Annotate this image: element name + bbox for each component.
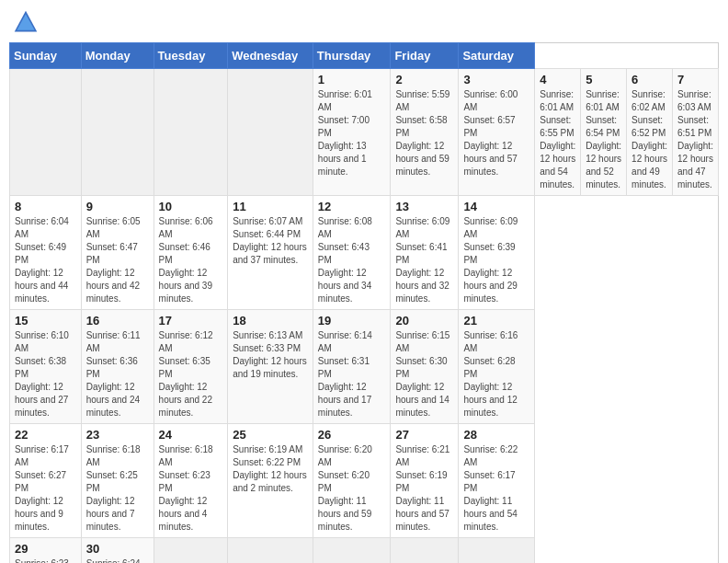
calendar-day-cell: 29 Sunrise: 6:23 AM Sunset: 6:15 PM Dayl… — [10, 538, 82, 564]
calendar-day-cell — [459, 538, 535, 564]
calendar-day-cell: 16 Sunrise: 6:11 AM Sunset: 6:36 PM Dayl… — [81, 310, 154, 424]
day-info: Sunrise: 6:08 AM Sunset: 6:43 PM Dayligh… — [318, 215, 386, 305]
day-info: Sunrise: 6:12 AM Sunset: 6:35 PM Dayligh… — [159, 329, 223, 419]
logo-icon — [13, 9, 39, 35]
page-header — [9, 9, 719, 35]
calendar-table: SundayMondayTuesdayWednesdayThursdayFrid… — [9, 42, 719, 563]
calendar-day-cell: 17 Sunrise: 6:12 AM Sunset: 6:35 PM Dayl… — [154, 310, 228, 424]
calendar-day-header: Saturday — [459, 43, 535, 69]
day-number: 28 — [463, 428, 529, 442]
calendar-day-cell: 23 Sunrise: 6:18 AM Sunset: 6:25 PM Dayl… — [81, 424, 154, 538]
calendar-day-cell: 5 Sunrise: 6:01 AM Sunset: 6:54 PM Dayli… — [581, 69, 627, 196]
calendar-day-header: Monday — [81, 43, 154, 69]
calendar-day-cell: 21 Sunrise: 6:16 AM Sunset: 6:28 PM Dayl… — [459, 310, 535, 424]
day-info: Sunrise: 6:03 AM Sunset: 6:51 PM Dayligh… — [677, 88, 713, 191]
calendar-day-cell: 14 Sunrise: 6:09 AM Sunset: 6:39 PM Dayl… — [459, 196, 535, 310]
calendar-day-cell: 6 Sunrise: 6:02 AM Sunset: 6:52 PM Dayli… — [627, 69, 673, 196]
day-number: 15 — [15, 314, 76, 327]
calendar-day-cell: 20 Sunrise: 6:15 AM Sunset: 6:30 PM Dayl… — [391, 310, 459, 424]
calendar-header-row: SundayMondayTuesdayWednesdayThursdayFrid… — [10, 43, 719, 69]
day-number: 12 — [318, 200, 386, 213]
calendar-day-cell: 22 Sunrise: 6:17 AM Sunset: 6:27 PM Dayl… — [10, 424, 82, 538]
calendar-day-cell: 19 Sunrise: 6:14 AM Sunset: 6:31 PM Dayl… — [313, 310, 391, 424]
calendar-week-row: 29 Sunrise: 6:23 AM Sunset: 6:15 PM Dayl… — [10, 538, 719, 564]
day-info: Sunrise: 6:15 AM Sunset: 6:30 PM Dayligh… — [395, 329, 453, 419]
calendar-day-cell: 8 Sunrise: 6:04 AM Sunset: 6:49 PM Dayli… — [10, 196, 82, 310]
day-number: 16 — [86, 314, 149, 327]
day-info: Sunrise: 6:01 AM Sunset: 6:55 PM Dayligh… — [540, 88, 575, 191]
day-info: Sunrise: 5:59 AM Sunset: 6:58 PM Dayligh… — [395, 88, 453, 178]
calendar-day-header: Friday — [391, 43, 459, 69]
day-info: Sunrise: 6:13 AM Sunset: 6:33 PM Dayligh… — [233, 329, 308, 381]
calendar-week-row: 1 Sunrise: 6:01 AM Sunset: 7:00 PM Dayli… — [10, 69, 719, 196]
calendar-day-cell — [10, 69, 82, 196]
calendar-day-cell — [81, 69, 154, 196]
day-number: 20 — [395, 314, 453, 327]
day-info: Sunrise: 6:21 AM Sunset: 6:19 PM Dayligh… — [395, 443, 453, 534]
day-info: Sunrise: 6:18 AM Sunset: 6:25 PM Dayligh… — [86, 443, 149, 534]
day-number: 22 — [15, 428, 76, 442]
day-number: 21 — [463, 314, 529, 327]
day-number: 17 — [159, 314, 223, 327]
calendar-day-cell — [313, 538, 391, 564]
day-number: 2 — [395, 73, 453, 86]
calendar-day-cell — [154, 69, 228, 196]
day-number: 11 — [233, 200, 308, 213]
calendar-day-cell: 25 Sunrise: 6:19 AM Sunset: 6:22 PM Dayl… — [228, 424, 313, 538]
calendar-day-cell: 11 Sunrise: 6:07 AM Sunset: 6:44 PM Dayl… — [228, 196, 313, 310]
day-info: Sunrise: 6:14 AM Sunset: 6:31 PM Dayligh… — [318, 329, 386, 419]
day-info: Sunrise: 6:24 AM Sunset: 6:14 PM Dayligh… — [86, 557, 149, 563]
calendar-day-cell: 10 Sunrise: 6:06 AM Sunset: 6:46 PM Dayl… — [154, 196, 228, 310]
day-number: 24 — [159, 428, 223, 442]
calendar-day-cell: 4 Sunrise: 6:01 AM Sunset: 6:55 PM Dayli… — [535, 69, 581, 196]
day-number: 10 — [159, 200, 223, 213]
calendar-day-cell: 26 Sunrise: 6:20 AM Sunset: 6:20 PM Dayl… — [313, 424, 391, 538]
calendar-day-cell: 3 Sunrise: 6:00 AM Sunset: 6:57 PM Dayli… — [459, 69, 535, 196]
day-number: 1 — [318, 73, 386, 86]
calendar-day-cell: 30 Sunrise: 6:24 AM Sunset: 6:14 PM Dayl… — [81, 538, 154, 564]
logo — [13, 9, 42, 35]
day-number: 30 — [86, 542, 149, 556]
svg-marker-1 — [17, 14, 34, 30]
calendar-day-header: Thursday — [313, 43, 391, 69]
day-info: Sunrise: 6:06 AM Sunset: 6:46 PM Dayligh… — [159, 215, 223, 305]
day-info: Sunrise: 6:16 AM Sunset: 6:28 PM Dayligh… — [463, 329, 529, 419]
day-info: Sunrise: 6:23 AM Sunset: 6:15 PM Dayligh… — [15, 557, 76, 563]
day-info: Sunrise: 6:04 AM Sunset: 6:49 PM Dayligh… — [15, 215, 76, 305]
calendar-day-header: Wednesday — [228, 43, 313, 69]
calendar-day-cell — [154, 538, 228, 564]
day-info: Sunrise: 6:01 AM Sunset: 6:54 PM Dayligh… — [586, 88, 621, 191]
day-info: Sunrise: 6:09 AM Sunset: 6:41 PM Dayligh… — [395, 215, 453, 305]
calendar-week-row: 22 Sunrise: 6:17 AM Sunset: 6:27 PM Dayl… — [10, 424, 719, 538]
day-number: 3 — [463, 73, 529, 86]
day-number: 9 — [86, 200, 149, 213]
day-number: 27 — [395, 428, 453, 442]
calendar-day-cell: 15 Sunrise: 6:10 AM Sunset: 6:38 PM Dayl… — [10, 310, 82, 424]
day-info: Sunrise: 6:02 AM Sunset: 6:52 PM Dayligh… — [631, 88, 667, 191]
day-number: 7 — [677, 73, 713, 86]
day-number: 29 — [15, 542, 76, 556]
day-number: 4 — [540, 73, 575, 86]
day-info: Sunrise: 6:17 AM Sunset: 6:27 PM Dayligh… — [15, 443, 76, 534]
day-info: Sunrise: 6:05 AM Sunset: 6:47 PM Dayligh… — [86, 215, 149, 305]
day-number: 6 — [631, 73, 667, 86]
day-info: Sunrise: 6:19 AM Sunset: 6:22 PM Dayligh… — [233, 443, 308, 495]
day-number: 18 — [233, 314, 308, 327]
calendar-day-cell: 27 Sunrise: 6:21 AM Sunset: 6:19 PM Dayl… — [391, 424, 459, 538]
calendar-day-cell: 12 Sunrise: 6:08 AM Sunset: 6:43 PM Dayl… — [313, 196, 391, 310]
day-info: Sunrise: 6:22 AM Sunset: 6:17 PM Dayligh… — [463, 443, 529, 534]
calendar-week-row: 15 Sunrise: 6:10 AM Sunset: 6:38 PM Dayl… — [10, 310, 719, 424]
calendar-day-cell — [228, 538, 313, 564]
calendar-day-cell: 18 Sunrise: 6:13 AM Sunset: 6:33 PM Dayl… — [228, 310, 313, 424]
day-number: 26 — [318, 428, 386, 442]
calendar-day-header: Sunday — [10, 43, 82, 69]
day-number: 14 — [463, 200, 529, 213]
day-number: 8 — [15, 200, 76, 213]
day-info: Sunrise: 6:11 AM Sunset: 6:36 PM Dayligh… — [86, 329, 149, 419]
day-info: Sunrise: 6:18 AM Sunset: 6:23 PM Dayligh… — [159, 443, 223, 534]
calendar-day-cell: 28 Sunrise: 6:22 AM Sunset: 6:17 PM Dayl… — [459, 424, 535, 538]
day-info: Sunrise: 6:20 AM Sunset: 6:20 PM Dayligh… — [318, 443, 386, 534]
day-number: 13 — [395, 200, 453, 213]
calendar-day-cell: 24 Sunrise: 6:18 AM Sunset: 6:23 PM Dayl… — [154, 424, 228, 538]
day-number: 5 — [586, 73, 621, 86]
